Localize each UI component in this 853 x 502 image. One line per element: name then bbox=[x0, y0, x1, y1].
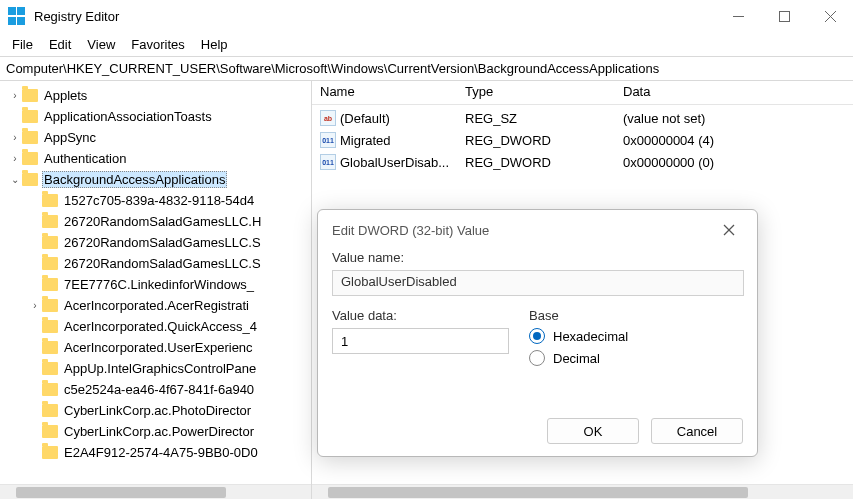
expand-icon[interactable]: › bbox=[8, 132, 22, 143]
tree-item[interactable]: ApplicationAssociationToasts bbox=[2, 106, 311, 127]
tree-item-label: BackgroundAccessApplications bbox=[42, 171, 227, 188]
radio-hexadecimal[interactable] bbox=[529, 328, 545, 344]
radio-decimal[interactable] bbox=[529, 350, 545, 366]
collapse-icon[interactable]: ⌄ bbox=[8, 174, 22, 185]
string-value-icon: ab bbox=[320, 110, 336, 126]
dialog-title: Edit DWORD (32-bit) Value bbox=[332, 223, 489, 238]
regedit-icon bbox=[8, 7, 26, 25]
tree-item[interactable]: ›AppSync bbox=[2, 127, 311, 148]
edit-dword-dialog: Edit DWORD (32-bit) Value Value name: Gl… bbox=[317, 209, 758, 457]
ok-button[interactable]: OK bbox=[547, 418, 639, 444]
tree-item[interactable]: 7EE7776C.LinkedinforWindows_ bbox=[2, 274, 311, 295]
tree-item-label: 26720RandomSaladGamesLLC.H bbox=[62, 214, 263, 229]
folder-icon bbox=[42, 299, 58, 312]
folder-icon bbox=[42, 278, 58, 291]
tree-item-label: E2A4F912-2574-4A75-9BB0-0D0 bbox=[62, 445, 260, 460]
expand-icon[interactable]: › bbox=[8, 153, 22, 164]
tree-item[interactable]: ›Authentication bbox=[2, 148, 311, 169]
value-name-field[interactable]: GlobalUserDisabled bbox=[332, 270, 744, 296]
col-data[interactable]: Data bbox=[615, 81, 853, 104]
tree-item[interactable]: AppUp.IntelGraphicsControlPane bbox=[2, 358, 311, 379]
list-item[interactable]: 011MigratedREG_DWORD0x00000004 (4) bbox=[312, 129, 853, 151]
tree-item-label: Authentication bbox=[42, 151, 128, 166]
menu-view[interactable]: View bbox=[79, 34, 123, 55]
svg-rect-1 bbox=[779, 11, 789, 21]
expand-icon[interactable]: › bbox=[8, 90, 22, 101]
menu-edit[interactable]: Edit bbox=[41, 34, 79, 55]
dialog-close-button[interactable] bbox=[715, 216, 743, 244]
close-button[interactable] bbox=[807, 0, 853, 32]
folder-icon bbox=[42, 236, 58, 249]
tree-item-label: AcerIncorporated.QuickAccess_4 bbox=[62, 319, 259, 334]
tree-item[interactable]: AcerIncorporated.UserExperienc bbox=[2, 337, 311, 358]
tree-item-label: 26720RandomSaladGamesLLC.S bbox=[62, 256, 263, 271]
tree-item[interactable]: E2A4F912-2574-4A75-9BB0-0D0 bbox=[2, 442, 311, 463]
tree-item-label: CyberLinkCorp.ac.PowerDirector bbox=[62, 424, 256, 439]
tree-item[interactable]: AcerIncorporated.QuickAccess_4 bbox=[2, 316, 311, 337]
value-type: REG_DWORD bbox=[457, 155, 615, 170]
list-item[interactable]: 011GlobalUserDisab...REG_DWORD0x00000000… bbox=[312, 151, 853, 173]
tree-item[interactable]: 26720RandomSaladGamesLLC.S bbox=[2, 232, 311, 253]
maximize-button[interactable] bbox=[761, 0, 807, 32]
col-name[interactable]: Name bbox=[312, 81, 457, 104]
menubar: File Edit View Favorites Help bbox=[0, 32, 853, 56]
tree-hscrollbar[interactable] bbox=[0, 484, 311, 499]
folder-icon bbox=[42, 404, 58, 417]
tree-item[interactable]: 26720RandomSaladGamesLLC.S bbox=[2, 253, 311, 274]
tree-item[interactable]: CyberLinkCorp.ac.PhotoDirector bbox=[2, 400, 311, 421]
cancel-button[interactable]: Cancel bbox=[651, 418, 743, 444]
list-header: Name Type Data bbox=[312, 81, 853, 105]
tree-item-label: Applets bbox=[42, 88, 89, 103]
dec-label: Decimal bbox=[553, 351, 600, 366]
tree-item[interactable]: ›AcerIncorporated.AcerRegistrati bbox=[2, 295, 311, 316]
folder-icon bbox=[22, 173, 38, 186]
minimize-button[interactable] bbox=[715, 0, 761, 32]
menu-file[interactable]: File bbox=[4, 34, 41, 55]
value-name: GlobalUserDisab... bbox=[340, 155, 449, 170]
folder-icon bbox=[22, 131, 38, 144]
tree-item-label: AcerIncorporated.AcerRegistrati bbox=[62, 298, 251, 313]
window-title: Registry Editor bbox=[34, 9, 119, 24]
tree-item[interactable]: 1527c705-839a-4832-9118-54d4 bbox=[2, 190, 311, 211]
address-bar[interactable]: Computer\HKEY_CURRENT_USER\Software\Micr… bbox=[0, 56, 853, 81]
tree-item-label: AppUp.IntelGraphicsControlPane bbox=[62, 361, 258, 376]
folder-icon bbox=[42, 446, 58, 459]
tree-item-label: CyberLinkCorp.ac.PhotoDirector bbox=[62, 403, 253, 418]
base-label: Base bbox=[529, 308, 743, 323]
value-data: 0x00000004 (4) bbox=[615, 133, 853, 148]
folder-icon bbox=[42, 362, 58, 375]
tree-item-label: AcerIncorporated.UserExperienc bbox=[62, 340, 255, 355]
menu-favorites[interactable]: Favorites bbox=[123, 34, 192, 55]
titlebar: Registry Editor bbox=[0, 0, 853, 32]
menu-help[interactable]: Help bbox=[193, 34, 236, 55]
binary-value-icon: 011 bbox=[320, 132, 336, 148]
folder-icon bbox=[42, 320, 58, 333]
folder-icon bbox=[42, 341, 58, 354]
folder-icon bbox=[42, 425, 58, 438]
hex-label: Hexadecimal bbox=[553, 329, 628, 344]
value-data: (value not set) bbox=[615, 111, 853, 126]
tree-item-label: c5e2524a-ea46-4f67-841f-6a940 bbox=[62, 382, 256, 397]
tree-item[interactable]: c5e2524a-ea46-4f67-841f-6a940 bbox=[2, 379, 311, 400]
tree-item[interactable]: CyberLinkCorp.ac.PowerDirector bbox=[2, 421, 311, 442]
tree-item-label: ApplicationAssociationToasts bbox=[42, 109, 214, 124]
tree-item-label: 7EE7776C.LinkedinforWindows_ bbox=[62, 277, 256, 292]
folder-icon bbox=[42, 194, 58, 207]
value-data-field[interactable] bbox=[332, 328, 509, 354]
tree-item[interactable]: 26720RandomSaladGamesLLC.H bbox=[2, 211, 311, 232]
tree-item[interactable]: ›Applets bbox=[2, 85, 311, 106]
col-type[interactable]: Type bbox=[457, 81, 615, 104]
list-item[interactable]: ab(Default)REG_SZ(value not set) bbox=[312, 107, 853, 129]
value-name: Migrated bbox=[340, 133, 391, 148]
folder-icon bbox=[22, 89, 38, 102]
tree-item-label: AppSync bbox=[42, 130, 98, 145]
value-data-label: Value data: bbox=[332, 308, 509, 323]
tree-pane: ›AppletsApplicationAssociationToasts›App… bbox=[0, 81, 312, 499]
folder-icon bbox=[22, 110, 38, 123]
list-hscrollbar[interactable] bbox=[312, 484, 853, 499]
value-name: (Default) bbox=[340, 111, 390, 126]
tree-item[interactable]: ⌄BackgroundAccessApplications bbox=[2, 169, 311, 190]
value-type: REG_SZ bbox=[457, 111, 615, 126]
expand-icon[interactable]: › bbox=[28, 300, 42, 311]
value-name-label: Value name: bbox=[332, 250, 743, 265]
